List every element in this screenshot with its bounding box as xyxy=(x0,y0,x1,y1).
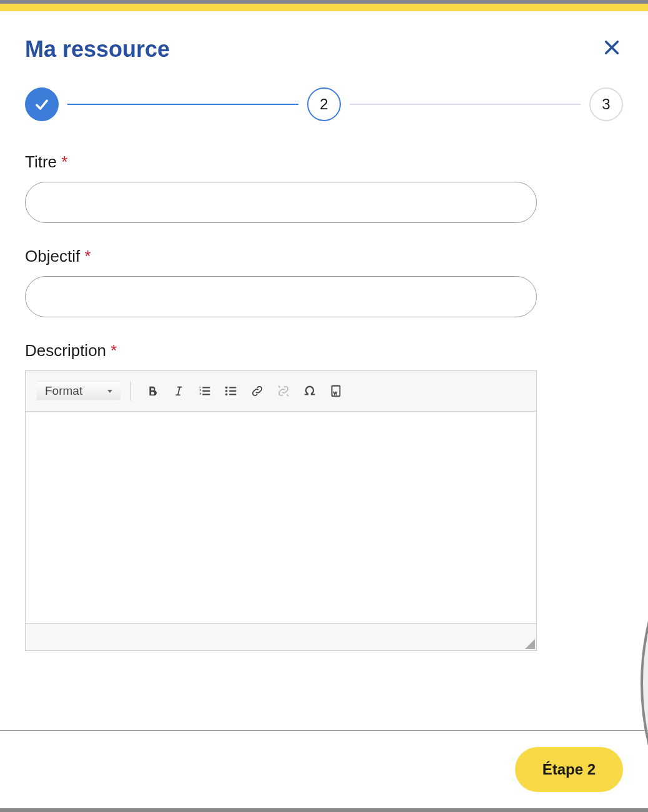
italic-icon xyxy=(172,384,185,398)
modal-backdrop: Ma ressource 2 3 xyxy=(0,0,648,812)
check-icon xyxy=(33,96,51,113)
next-step-label: Étape 2 xyxy=(542,761,596,778)
rich-text-editor: Format xyxy=(25,370,537,651)
editor-status-bar xyxy=(26,624,536,650)
field-titre: Titre * xyxy=(25,152,623,223)
field-objectif: Objectif * xyxy=(25,247,623,317)
modal-dialog: Ma ressource 2 3 xyxy=(0,11,648,808)
special-char-button[interactable] xyxy=(298,380,321,402)
step-1-completed[interactable] xyxy=(25,87,59,121)
step-2-active[interactable]: 2 xyxy=(307,87,341,121)
link-button[interactable] xyxy=(246,380,268,402)
objectif-label-text: Objectif xyxy=(25,247,84,265)
link-icon xyxy=(250,384,264,398)
italic-button[interactable] xyxy=(167,380,190,402)
omega-icon xyxy=(303,384,317,398)
description-required: * xyxy=(110,341,117,360)
bullet-list-icon xyxy=(224,384,238,398)
description-label-text: Description xyxy=(25,341,110,360)
titre-input[interactable] xyxy=(25,182,537,223)
unlink-button[interactable] xyxy=(272,380,295,402)
objectif-input[interactable] xyxy=(25,276,537,317)
field-description: Description * Format xyxy=(25,341,623,651)
objectif-label: Objectif * xyxy=(25,247,623,266)
description-label: Description * xyxy=(25,341,623,360)
modal-header: Ma ressource xyxy=(0,11,648,62)
svg-point-0 xyxy=(225,387,228,389)
paste-word-icon xyxy=(329,384,343,398)
step-3-upcoming[interactable]: 3 xyxy=(589,87,623,121)
editor-toolbar: Format xyxy=(26,371,536,412)
accent-bar xyxy=(0,4,648,11)
resize-handle[interactable] xyxy=(525,639,535,649)
toolbar-separator xyxy=(130,382,131,400)
step-line-1-2 xyxy=(67,104,298,105)
format-dropdown[interactable]: Format xyxy=(37,381,120,401)
titre-label: Titre * xyxy=(25,152,623,172)
unlink-icon xyxy=(277,384,290,398)
numbered-list-icon xyxy=(198,384,212,398)
close-icon xyxy=(603,39,621,56)
next-step-button[interactable]: Étape 2 xyxy=(515,747,623,792)
bold-icon xyxy=(145,384,159,398)
titre-required: * xyxy=(61,152,67,171)
numbered-list-button[interactable] xyxy=(194,380,216,402)
bullet-list-button[interactable] xyxy=(220,380,242,402)
step-line-2-3 xyxy=(350,104,581,105)
step-2-label: 2 xyxy=(320,96,328,113)
close-button[interactable] xyxy=(601,36,623,61)
svg-point-1 xyxy=(225,390,228,392)
editor-content-area[interactable] xyxy=(26,412,536,624)
step-3-label: 3 xyxy=(602,96,610,113)
chevron-down-icon xyxy=(107,390,112,393)
svg-point-2 xyxy=(225,394,228,396)
objectif-required: * xyxy=(84,247,91,265)
stepper: 2 3 xyxy=(0,62,648,121)
bold-button[interactable] xyxy=(141,380,164,402)
format-dropdown-label: Format xyxy=(45,384,82,398)
paste-word-button[interactable] xyxy=(325,380,347,402)
modal-body: Titre * Objectif * Description * Format xyxy=(0,121,648,730)
modal-title: Ma ressource xyxy=(25,36,170,62)
modal-footer: Étape 2 xyxy=(0,730,648,808)
titre-label-text: Titre xyxy=(25,152,61,171)
